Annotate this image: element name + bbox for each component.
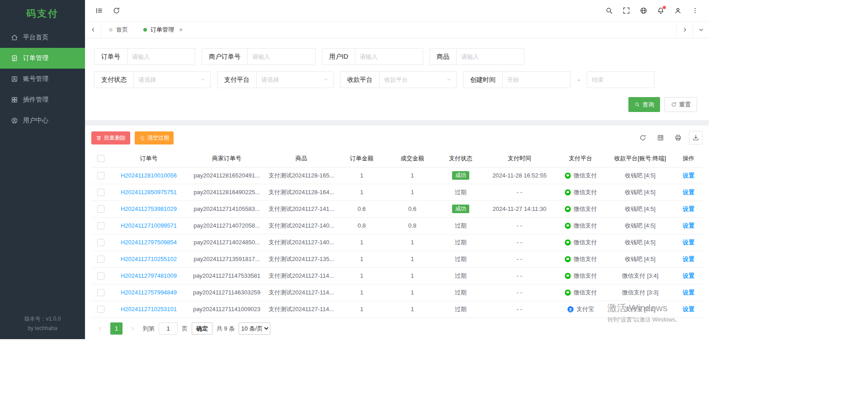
tab-1[interactable]: 订单管理× <box>136 22 190 38</box>
date-start-input[interactable] <box>507 76 566 83</box>
settings-link[interactable]: 设置 <box>683 239 694 246</box>
tabs-scroll-right-button[interactable] <box>676 22 693 38</box>
order-no-link[interactable]: H2024112710253101 <box>121 306 177 312</box>
bell-button[interactable] <box>652 2 669 19</box>
clear-expired-button[interactable]: 清空过期 <box>135 131 174 145</box>
platform-label: 微信支付 <box>574 188 597 196</box>
chevron-left-icon <box>97 326 103 331</box>
sidebar-item-3[interactable]: 插件管理 <box>0 89 85 110</box>
plugin-icon <box>11 96 18 103</box>
cell-action: 设置 <box>675 301 703 317</box>
order-no-link[interactable]: H2024112757994849 <box>121 289 177 296</box>
settings-link[interactable]: 设置 <box>683 256 694 262</box>
order-no-link[interactable]: H2024112850975751 <box>121 189 177 196</box>
row-checkbox[interactable] <box>97 222 104 229</box>
table-columns-button[interactable] <box>654 131 667 145</box>
goto-suffix-label: 页 <box>182 325 188 333</box>
current-page-button[interactable]: 1 <box>110 322 123 335</box>
table-print-button[interactable] <box>671 131 685 145</box>
filter-text-input[interactable] <box>132 53 190 60</box>
filter-input-wrap <box>127 48 195 65</box>
tabs-menu-button[interactable] <box>693 22 709 38</box>
settings-link[interactable]: 设置 <box>683 189 694 196</box>
select-all-checkbox[interactable] <box>97 155 104 162</box>
cell-checkbox <box>91 201 110 217</box>
sidebar-item-0[interactable]: 平台首页 <box>0 27 85 48</box>
main-area: 首页订单管理× 订单号商户订单号用户ID商品 支付状态请选择支付平台请选择收款平… <box>85 0 709 339</box>
more-button[interactable] <box>686 2 703 19</box>
filter-input-wrap <box>248 48 316 65</box>
settings-link[interactable]: 设置 <box>683 306 694 312</box>
filter-select[interactable]: 请选择 <box>257 71 334 88</box>
sidebar-item-1[interactable]: 订单管理 <box>0 48 85 69</box>
search-icon <box>634 102 640 107</box>
table-row-1: H2024112850975751pay2024112816490225...支… <box>91 184 703 201</box>
order-no-link[interactable]: H2024112810010056 <box>121 172 177 179</box>
reset-button[interactable]: 重置 <box>665 97 697 112</box>
row-checkbox[interactable] <box>97 205 104 213</box>
filter-select-group-2: 收款平台收款平台 <box>340 71 457 88</box>
sidebar-item-4[interactable]: 用户中心 <box>0 110 85 131</box>
sidebar-item-2[interactable]: 账号管理 <box>0 69 85 89</box>
table-refresh-button[interactable] <box>636 131 650 145</box>
row-checkbox[interactable] <box>97 239 104 246</box>
cell-checkbox <box>91 184 110 201</box>
next-page-button[interactable] <box>127 322 139 335</box>
filter-text-input[interactable] <box>252 53 311 60</box>
settings-link[interactable]: 设置 <box>683 272 694 279</box>
tabs-scroll-left-button[interactable] <box>85 22 101 38</box>
tab-label: 订单管理 <box>151 26 174 34</box>
collapse-menu-button[interactable] <box>90 2 108 19</box>
filter-select[interactable]: 收款平台 <box>380 71 457 88</box>
order-no-link[interactable]: H2024112710099571 <box>121 222 177 229</box>
fullscreen-button[interactable] <box>618 2 635 19</box>
row-checkbox[interactable] <box>97 189 104 196</box>
order-no-link[interactable]: H2024112797509854 <box>121 239 177 246</box>
refresh-icon <box>113 7 120 14</box>
tab-0[interactable]: 首页 <box>101 22 136 38</box>
batch-delete-button[interactable]: 批量删除 <box>91 131 130 145</box>
prev-page-button[interactable] <box>94 322 106 335</box>
cell-receiver: 支付宝 [2:2] <box>606 301 675 317</box>
platform-label: 微信支付 <box>574 222 597 230</box>
settings-link[interactable]: 设置 <box>683 222 694 229</box>
cell-product: 支付测试20241128-165... <box>266 167 336 184</box>
platform-label: 微信支付 <box>574 255 597 263</box>
settings-link[interactable]: 设置 <box>683 172 694 179</box>
order-no-link[interactable]: H2024112753981029 <box>121 205 177 212</box>
table-header-row: 订单号商家订单号商品订单金额成交金额支付状态支付时间支付平台收款平台[账号:终端… <box>91 150 703 167</box>
filter-text-input[interactable] <box>461 53 519 60</box>
cell-status: 过期 <box>438 251 484 267</box>
row-checkbox[interactable] <box>97 256 104 263</box>
row-checkbox[interactable] <box>97 272 104 280</box>
cell-checkbox <box>91 234 110 251</box>
row-checkbox[interactable] <box>97 172 104 179</box>
table-row-2: H2024112753981029pay2024112714105583...支… <box>91 201 703 217</box>
page-size-select[interactable]: 10 条/页 <box>239 322 270 335</box>
cell-status: 过期 <box>438 301 484 317</box>
date-end-input[interactable] <box>592 76 650 83</box>
chevron-down-icon <box>698 27 704 33</box>
cell-amount: 1 <box>336 267 387 284</box>
cell-pay-time: - - <box>484 251 555 267</box>
refresh-button[interactable] <box>108 2 125 19</box>
filter-select[interactable]: 请选择 <box>134 71 211 88</box>
table-export-button[interactable] <box>689 131 703 145</box>
goto-page-input[interactable] <box>159 322 178 335</box>
tab-close-icon[interactable]: × <box>179 27 183 33</box>
row-checkbox[interactable] <box>97 306 104 313</box>
settings-link[interactable]: 设置 <box>683 289 694 296</box>
order-no-link[interactable]: H2024112710255102 <box>121 256 177 262</box>
goto-confirm-button[interactable]: 确定 <box>192 322 212 335</box>
order-no-link[interactable]: H2024112797481009 <box>121 272 177 279</box>
row-checkbox[interactable] <box>97 289 104 296</box>
settings-link[interactable]: 设置 <box>683 205 694 212</box>
user-button[interactable] <box>669 2 686 19</box>
filter-text-input[interactable] <box>360 53 418 60</box>
globe-button[interactable] <box>635 2 652 19</box>
cell-amount: 1 <box>336 184 387 201</box>
search-button[interactable]: 查询 <box>628 97 660 112</box>
filter-label: 用户ID <box>322 48 355 65</box>
search-button[interactable] <box>600 2 618 19</box>
column-header-3: 订单金额 <box>336 150 387 167</box>
